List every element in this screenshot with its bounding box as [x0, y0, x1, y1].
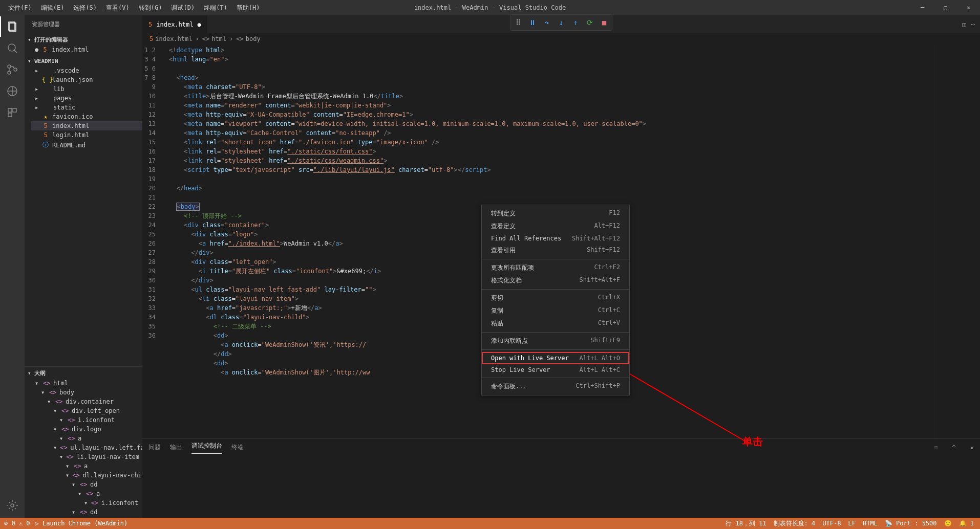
context-menu-item[interactable]: 查看定义Alt+F12: [482, 220, 629, 233]
panel-tab[interactable]: 调试控制台: [191, 442, 222, 454]
outline-item[interactable]: ▾<>div.left_open: [31, 406, 142, 415]
outline-title[interactable]: 大纲: [25, 368, 142, 379]
context-menu-item[interactable]: 添加内联断点Shift+F9: [482, 335, 629, 347]
context-menu-item[interactable]: 剪切Ctrl+X: [482, 292, 629, 304]
breadcrumbs[interactable]: 5index.html›<>html›<>body: [142, 33, 980, 45]
context-menu-item[interactable]: Stop Live ServerAlt+L Alt+C: [482, 364, 629, 376]
outline-item[interactable]: ▾<>i.iconfont: [31, 415, 142, 425]
context-menu-item[interactable]: 更改所有匹配项Ctrl+F2: [482, 261, 629, 274]
panel-action-icon[interactable]: ✕: [970, 444, 974, 451]
project-title[interactable]: WEADMIN: [25, 56, 142, 66]
split-editor-icon[interactable]: ◫: [963, 21, 966, 28]
debug-button[interactable]: ⟳: [584, 17, 595, 28]
svg-point-13: [11, 504, 14, 507]
context-menu-item[interactable]: 粘贴Ctrl+V: [482, 317, 629, 330]
debug-button[interactable]: ↑: [570, 17, 581, 28]
menu-item[interactable]: 查看(V): [102, 2, 134, 14]
minimize-button[interactable]: ─: [911, 0, 934, 15]
menu-item[interactable]: 选择(S): [69, 2, 101, 14]
outline-item[interactable]: ▾<>dd: [31, 508, 142, 517]
source-control-icon[interactable]: [5, 62, 19, 77]
breadcrumb-item[interactable]: 5index.html: [150, 35, 192, 42]
outline-item[interactable]: ▾<>div.container: [31, 397, 142, 406]
caret-icon: ▾: [72, 509, 77, 516]
debug-toolbar[interactable]: ⠿⏸↷↓↑⟳■: [510, 14, 612, 31]
outline-item[interactable]: ▾<>li.layui-nav-item: [31, 452, 142, 461]
caret-icon: ▾: [66, 462, 71, 470]
context-menu-item[interactable]: 命令面板...Ctrl+Shift+P: [482, 380, 629, 393]
explorer-icon[interactable]: [5, 19, 19, 34]
tree-item[interactable]: ▸static: [31, 103, 142, 112]
status-item[interactable]: 制表符长度: 4: [774, 519, 816, 528]
outline-item[interactable]: ▾<>div.logo: [31, 425, 142, 434]
close-button[interactable]: ✕: [957, 0, 980, 15]
debug-icon[interactable]: [5, 84, 19, 98]
context-menu-item[interactable]: 转到定义F12: [482, 207, 629, 220]
status-item[interactable]: UTF-8: [822, 520, 841, 527]
menu-item[interactable]: 转到(G): [135, 2, 166, 14]
debug-button[interactable]: ↓: [556, 17, 567, 28]
tree-item[interactable]: { }launch.json: [31, 75, 142, 84]
panel-tab[interactable]: 问题: [148, 443, 161, 452]
debug-button[interactable]: ↷: [541, 17, 552, 28]
element-icon: <>: [43, 380, 50, 387]
status-item[interactable]: LF: [848, 520, 855, 527]
tab-index-html[interactable]: 5 index.html ●: [142, 15, 208, 33]
minimap[interactable]: [934, 45, 980, 438]
tree-item[interactable]: ▸lib: [31, 84, 142, 94]
context-menu-item[interactable]: Open with Live ServerAlt+L Alt+O: [482, 352, 629, 364]
tree-item[interactable]: ▸.vscode: [31, 66, 142, 75]
panel-tab[interactable]: 输出: [170, 443, 182, 452]
settings-gear-icon[interactable]: [5, 498, 19, 513]
status-item[interactable]: ⊘ 0 ⚠ 0: [4, 520, 30, 527]
tree-item[interactable]: 5login.html: [31, 130, 142, 140]
folder-caret-icon: ▸: [35, 67, 40, 74]
tree-item[interactable]: ★favicon.ico: [31, 112, 142, 121]
menu-item[interactable]: 调试(D): [167, 2, 199, 14]
status-item[interactable]: 🙂: [944, 520, 952, 527]
breadcrumb-item[interactable]: <>html: [202, 35, 226, 42]
debug-button[interactable]: ■: [599, 17, 610, 28]
context-menu-item[interactable]: 复制Ctrl+C: [482, 304, 629, 317]
status-item[interactable]: 🔔 1: [959, 520, 974, 527]
breadcrumb-item[interactable]: <>body: [236, 35, 260, 42]
status-item[interactable]: ▷ Launch Chrome (WeAdmin): [35, 520, 128, 527]
titlebar: 文件(F)编辑(E)选择(S)查看(V)转到(G)调试(D)终端(T)帮助(H)…: [0, 0, 980, 15]
outline-item[interactable]: ▾<>ul.layui-nav.left.fast-add: [31, 443, 142, 452]
status-item[interactable]: 📡 Port : 5500: [885, 520, 937, 527]
more-icon[interactable]: ⋯: [971, 21, 975, 28]
outline-item[interactable]: ▾<>html: [31, 379, 142, 388]
debug-button[interactable]: ⏸: [527, 17, 538, 28]
tree-item[interactable]: ▸pages: [31, 94, 142, 103]
tree-item[interactable]: ⓘREADME.md: [31, 140, 142, 150]
menu-item[interactable]: 文件(F): [4, 2, 36, 14]
outline-item[interactable]: ▾<>body: [31, 388, 142, 397]
context-menu-item[interactable]: Find All ReferencesShift+Alt+F12: [482, 233, 629, 244]
open-editors-title[interactable]: 打开的编辑器: [25, 34, 142, 45]
outline-item[interactable]: ▾<>a: [31, 434, 142, 443]
menu-item[interactable]: 编辑(E): [37, 2, 69, 14]
search-icon[interactable]: [5, 41, 19, 55]
outline-item[interactable]: ▾<>dl.layui-nav-child: [31, 471, 142, 480]
extensions-icon[interactable]: [5, 105, 19, 120]
menu-item[interactable]: 帮助(H): [232, 2, 264, 14]
outline-item[interactable]: ▾<>dd: [31, 480, 142, 489]
status-item[interactable]: 行 18，列 11: [726, 519, 766, 528]
menu-shortcut: Ctrl+F2: [594, 263, 620, 272]
outline-item[interactable]: ▾<>i.iconfont: [31, 498, 142, 508]
panel-action-icon[interactable]: ^: [952, 444, 956, 451]
panel-tab[interactable]: 终端: [231, 443, 244, 452]
outline-label: div.logo: [72, 426, 101, 433]
status-item[interactable]: HTML: [863, 520, 878, 527]
menu-item[interactable]: 终端(T): [200, 2, 231, 14]
debug-button[interactable]: ⠿: [513, 17, 524, 28]
outline-item[interactable]: ▾<>a: [31, 489, 142, 498]
readme-icon: ⓘ: [42, 141, 49, 149]
maximize-button[interactable]: ▢: [934, 0, 957, 15]
context-menu-item[interactable]: 格式化文档Shift+Alt+F: [482, 274, 629, 287]
context-menu-item[interactable]: 查看引用Shift+F12: [482, 244, 629, 257]
outline-item[interactable]: ▾<>a: [31, 461, 142, 471]
panel-action-icon[interactable]: ≡: [934, 444, 938, 451]
tree-item[interactable]: 5index.html: [31, 121, 142, 130]
open-editor-item[interactable]: ●5index.html: [31, 45, 142, 54]
